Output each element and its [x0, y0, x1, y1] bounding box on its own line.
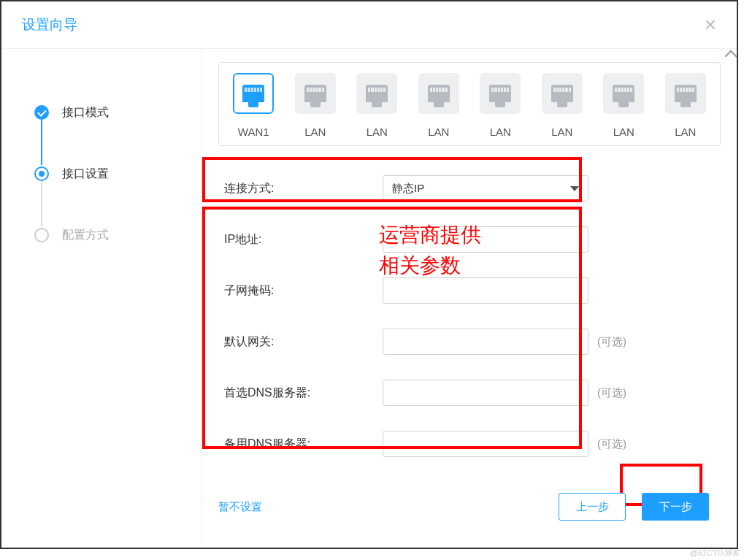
form-area: 连接方式: 静态IP IP地址: 子网掩码: 默认网关: — [218, 175, 721, 457]
port-label: LAN — [288, 126, 343, 138]
row-connection-type: 连接方式: 静态IP — [218, 175, 721, 202]
watermark: @51CTO博客 — [690, 548, 740, 559]
steps-list: 接口模式 接口设置 配置方式 — [34, 104, 202, 244]
next-button[interactable]: 下一步 — [642, 493, 709, 521]
modal-header: 设置向导 × — [1, 1, 737, 49]
step-dot-done-icon — [34, 105, 49, 120]
optional-text: (可选) — [597, 437, 626, 451]
connection-label: 连接方式: — [218, 181, 383, 196]
dns1-label: 首选DNS服务器: — [218, 386, 383, 401]
subnet-mask-input[interactable] — [383, 277, 588, 304]
optional-text: (可选) — [597, 335, 626, 349]
row-ip-address: IP地址: — [218, 226, 721, 253]
ports-selector: WAN1 LAN LAN LAN LAN — [218, 62, 721, 146]
nav-buttons: 上一步 下一步 — [559, 493, 709, 521]
scroll-up-icon[interactable] — [725, 50, 737, 63]
step-connector — [41, 181, 42, 226]
port-label: LAN — [659, 126, 713, 138]
port-label: LAN — [473, 126, 528, 138]
connection-type-select[interactable]: 静态IP — [383, 175, 588, 202]
port-label: LAN — [535, 126, 590, 138]
port-wan1[interactable]: WAN1 — [226, 73, 281, 138]
optional-text: (可选) — [597, 386, 626, 400]
dns-primary-input[interactable] — [383, 380, 588, 406]
step-label: 配置方式 — [62, 228, 109, 243]
step-connector — [41, 120, 42, 165]
steps-sidebar: 接口模式 接口设置 配置方式 — [1, 49, 202, 545]
port-lan[interactable]: LAN — [412, 73, 467, 138]
main-panel: WAN1 LAN LAN LAN LAN — [202, 49, 737, 545]
port-label: LAN — [412, 126, 467, 138]
ethernet-port-icon — [295, 73, 336, 114]
row-dns-secondary: 备用DNS服务器: (可选) — [218, 431, 721, 457]
select-value: 静态IP — [392, 182, 424, 196]
step-dot-pending-icon — [34, 228, 49, 242]
skip-setup-link[interactable]: 暂不设置 — [218, 500, 262, 514]
ethernet-port-icon — [233, 73, 274, 114]
ip-label: IP地址: — [218, 232, 383, 248]
row-subnet-mask: 子网掩码: — [218, 277, 721, 304]
port-label: LAN — [350, 126, 404, 138]
step-config-mode[interactable]: 配置方式 — [34, 226, 202, 244]
row-default-gateway: 默认网关: (可选) — [218, 329, 721, 355]
port-lan[interactable]: LAN — [350, 73, 404, 138]
prev-button[interactable]: 上一步 — [559, 493, 626, 521]
ethernet-port-icon — [542, 73, 583, 114]
ethernet-port-icon — [480, 73, 521, 114]
dns2-label: 备用DNS服务器: — [218, 437, 383, 452]
ethernet-port-icon — [418, 73, 459, 114]
close-icon[interactable]: × — [705, 15, 716, 35]
ethernet-port-icon — [665, 73, 706, 114]
dns-secondary-input[interactable] — [383, 431, 588, 457]
default-gateway-input[interactable] — [383, 329, 588, 355]
ethernet-port-icon — [356, 73, 397, 114]
step-label: 接口模式 — [62, 105, 109, 120]
port-lan[interactable]: LAN — [597, 73, 651, 138]
footer-actions: 暂不设置 上一步 下一步 — [218, 493, 709, 521]
step-dot-active-icon — [34, 166, 49, 181]
mask-label: 子网掩码: — [218, 283, 383, 299]
step-interface-settings[interactable]: 接口设置 — [34, 165, 202, 183]
modal-title: 设置向导 — [22, 15, 77, 34]
row-dns-primary: 首选DNS服务器: (可选) — [218, 380, 721, 406]
port-label: LAN — [597, 126, 651, 138]
gateway-label: 默认网关: — [218, 334, 383, 350]
port-lan[interactable]: LAN — [473, 73, 528, 138]
chevron-down-icon — [570, 186, 579, 191]
ethernet-port-icon — [603, 73, 644, 114]
ip-address-input[interactable] — [383, 226, 588, 253]
port-lan[interactable]: LAN — [535, 73, 590, 138]
step-label: 接口设置 — [62, 166, 109, 182]
port-lan[interactable]: LAN — [659, 73, 713, 138]
setup-wizard-modal: 设置向导 × 接口模式 接口设置 配置方式 — [0, 0, 738, 549]
port-lan[interactable]: LAN — [288, 73, 343, 138]
step-interface-mode[interactable]: 接口模式 — [34, 104, 202, 121]
modal-content: 接口模式 接口设置 配置方式 WAN1 — [1, 49, 737, 545]
port-label: WAN1 — [226, 126, 281, 138]
